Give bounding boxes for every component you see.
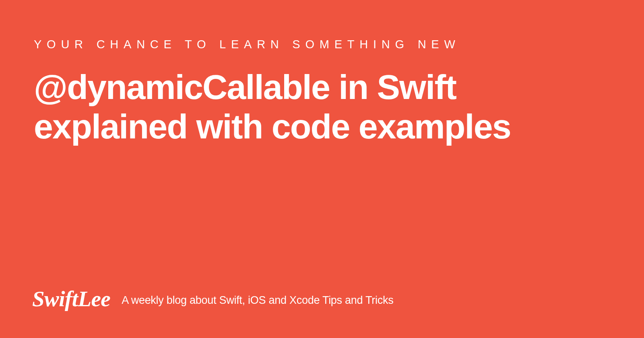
brand-logo: SwiftLee — [32, 286, 110, 311]
page-title: @dynamicCallable in Swift explained with… — [34, 67, 597, 146]
eyebrow-text: YOUR CHANCE TO LEARN SOMETHING NEW — [34, 38, 610, 51]
footer-section: SwiftLee A weekly blog about Swift, iOS … — [32, 288, 393, 313]
main-container: YOUR CHANCE TO LEARN SOMETHING NEW @dyna… — [0, 0, 644, 338]
brand-tagline: A weekly blog about Swift, iOS and Xcode… — [122, 294, 393, 307]
